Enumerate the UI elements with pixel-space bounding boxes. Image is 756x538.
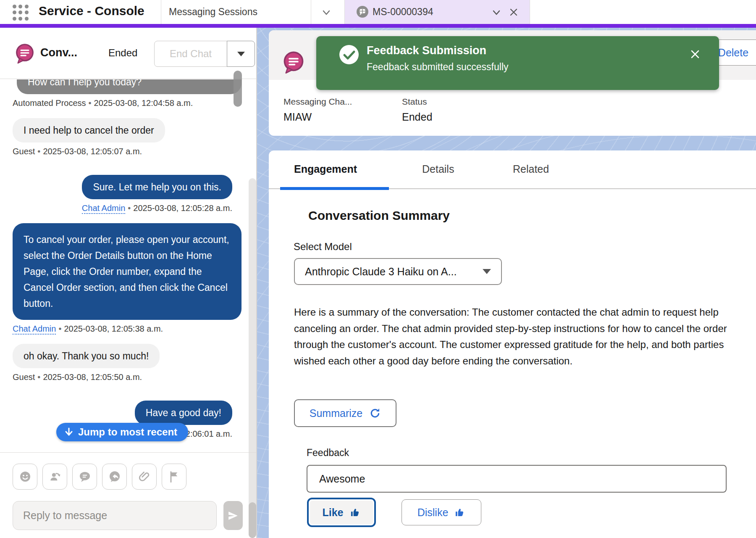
message-timestamp: 2025-03-08, 12:04:58 a.m.: [94, 98, 193, 108]
forward-message-icon: [108, 470, 121, 483]
field-label: Status: [402, 97, 432, 107]
tab-engagement[interactable]: Engagement: [294, 163, 357, 175]
jump-to-most-recent-button[interactable]: Jump to most recent: [56, 423, 188, 441]
flag-icon: [168, 470, 181, 483]
field-value: Ended: [402, 111, 432, 123]
thumbs-up-icon: [349, 507, 361, 518]
reply-input[interactable]: [13, 501, 217, 530]
record-field: StatusEnded: [402, 97, 432, 123]
close-icon[interactable]: [509, 7, 519, 19]
emoji-button[interactable]: [13, 464, 37, 490]
success-toast: Feedback Submission Feedback submitted s…: [316, 36, 719, 90]
message-bubble: Sure. Let me help you on this.: [82, 175, 232, 199]
message-meta: Guest•2025-03-08, 12:05:07 a.m.: [13, 147, 232, 156]
chat-message: Sure. Let me help you on this.Chat Admin…: [13, 175, 232, 213]
success-check-icon: [338, 44, 360, 67]
field-label: Messaging Cha...: [284, 97, 352, 107]
composer-toolbar: [13, 464, 186, 490]
active-tab-underline: [280, 187, 389, 190]
message-timestamp: 2025-03-08, 12:05:50 a.m.: [43, 372, 142, 382]
record-tab-label: MS-00000394: [373, 6, 433, 18]
message-bubble: How can I help you today?: [17, 79, 242, 94]
toast-message: Feedback submitted successfully: [367, 61, 509, 73]
record-field: Messaging Cha...MIAW: [284, 97, 352, 123]
field-value: MIAW: [284, 111, 352, 123]
tab-related[interactable]: Related: [513, 163, 549, 175]
message-bubble: I need help to cancel the order: [13, 118, 165, 142]
end-chat-menu-button[interactable]: [227, 41, 255, 67]
message-bubble: To cancel your order, please open your a…: [13, 223, 242, 320]
conversation-title: Conv...: [40, 46, 77, 59]
record-detail-card: EngagementDetailsRelated Conversation Su…: [269, 150, 756, 538]
conversation-header: Conv... Ended End Chat: [0, 28, 256, 79]
message-list-scrollbar-thumb[interactable]: [234, 71, 242, 107]
close-icon[interactable]: [689, 48, 701, 62]
message-meta: Chat Admin•2025-03-08, 12:05:28 a.m.: [13, 203, 232, 213]
forward-message-button[interactable]: [102, 464, 127, 490]
tab-details[interactable]: Details: [422, 163, 454, 175]
bullet-separator: •: [35, 372, 43, 382]
chat-message: oh okay. Thank you so much!Guest•2025-03…: [13, 344, 232, 382]
bullet-separator: •: [35, 147, 43, 156]
live-chat-icon: [282, 50, 305, 76]
brand-color-bar: [0, 24, 756, 28]
like-button[interactable]: Like: [307, 498, 376, 527]
message-timestamp: 2025-03-08, 12:05:38 a.m.: [64, 324, 163, 333]
select-model-label: Select Model: [294, 241, 352, 253]
send-button[interactable]: [223, 501, 243, 530]
attachment-icon: [138, 470, 151, 483]
author-name: Guest: [13, 372, 35, 382]
attachment-button[interactable]: [132, 464, 157, 490]
feedback-label: Feedback: [307, 447, 349, 459]
end-chat-button[interactable]: End Chat: [154, 41, 227, 67]
refresh-icon: [369, 407, 381, 419]
transfer-user-icon: [48, 470, 62, 483]
quick-text-icon: [78, 470, 92, 483]
nav-tab-messaging-sessions[interactable]: Messaging Sessions: [169, 6, 257, 18]
message-meta: Chat Admin•2025-03-08, 12:05:38 a.m.: [13, 324, 232, 334]
message-bubble: oh okay. Thank you so much!: [13, 344, 160, 368]
chat-message: How can I help you today?Automated Proce…: [13, 79, 232, 108]
live-chat-icon: [14, 43, 35, 66]
bullet-separator: •: [56, 324, 64, 333]
divider: [161, 0, 161, 24]
bullet-separator: •: [86, 98, 94, 108]
message-list[interactable]: How can I help you today?Automated Proce…: [0, 79, 248, 452]
toast-title: Feedback Submission: [367, 44, 486, 57]
conversation-panel: Conv... Ended End Chat How can I help yo…: [0, 28, 257, 538]
dislike-button[interactable]: Dislike: [402, 499, 481, 525]
section-heading: Conversation Summary: [308, 208, 450, 223]
summarize-button[interactable]: Summarize: [294, 399, 396, 427]
author-link[interactable]: Chat Admin: [82, 203, 125, 214]
quick-text-button[interactable]: [72, 464, 97, 490]
thumbs-up-icon: [454, 507, 465, 518]
author-link[interactable]: Chat Admin: [13, 324, 56, 335]
service-console-window: Service - Console Messaging Sessions MS-…: [0, 0, 756, 538]
panel-scrollbar-thumb[interactable]: [249, 502, 256, 538]
author-name: Automated Process: [13, 98, 86, 108]
author-name: Guest: [13, 147, 35, 156]
flag-button[interactable]: [162, 464, 186, 490]
feedback-input[interactable]: [307, 465, 727, 493]
chat-message: I need help to cancel the orderGuest•202…: [13, 118, 232, 156]
chevron-down-icon: [237, 52, 245, 56]
model-select-value: Anthropic Claude 3 Haiku on A...: [305, 266, 457, 278]
tab-ms-record[interactable]: MS-00000394: [345, 0, 530, 24]
divider: [311, 0, 311, 24]
conversation-summary-text: Here is a summary of the conversation: T…: [294, 304, 754, 369]
bullet-separator: •: [125, 203, 133, 213]
chat-message: To cancel your order, please open your a…: [13, 223, 232, 334]
chevron-down-icon: [483, 269, 491, 274]
send-icon: [228, 510, 239, 521]
global-header: Service - Console Messaging Sessions MS-…: [0, 0, 756, 24]
model-select[interactable]: Anthropic Claude 3 Haiku on A...: [294, 258, 502, 285]
emoji-icon: [18, 470, 32, 483]
transfer-user-button[interactable]: [42, 464, 67, 490]
panel-scrollbar-track[interactable]: [249, 178, 256, 538]
message-timestamp: 2025-03-08, 12:05:28 a.m.: [133, 203, 232, 213]
conversation-status: Ended: [108, 47, 137, 59]
chevron-down-icon[interactable]: [321, 7, 332, 20]
messaging-session-icon: [356, 5, 369, 20]
app-launcher-waffle-icon[interactable]: [13, 5, 29, 21]
chevron-down-icon[interactable]: [491, 7, 502, 20]
